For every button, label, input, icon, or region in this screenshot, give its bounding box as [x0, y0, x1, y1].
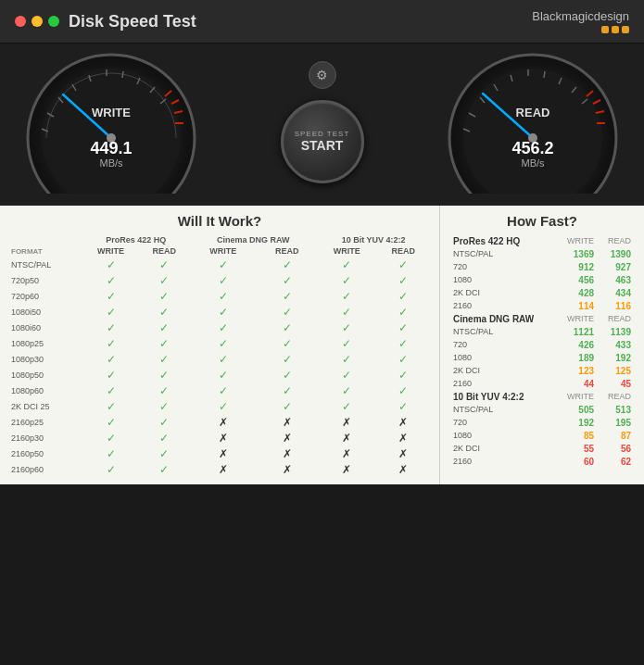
brand-dot-1 [601, 26, 609, 33]
checkmark-icon: ✓ [159, 463, 169, 476]
svg-line-13 [122, 71, 123, 78]
check-cell: ✗ [257, 461, 317, 477]
read-gauge-svg: READ 456.2 MB/s [440, 50, 625, 194]
table-row: 2160p50✓✓✗✗✗✗ [9, 445, 430, 461]
checkmark-icon: ✓ [159, 321, 169, 334]
cross-icon: ✗ [342, 447, 351, 460]
format-cell: 2160p25 [9, 414, 82, 430]
cross-icon: ✗ [398, 416, 408, 429]
cross-icon: ✗ [283, 416, 292, 429]
read-col-header: READ [598, 312, 635, 325]
table-row: 1080p25✓✓✓✓✓✓ [9, 335, 430, 351]
section-name: 10 Bit YUV 4:2:2 [449, 390, 556, 403]
check-cell: ✓ [139, 304, 189, 320]
check-cell: ✓ [257, 320, 317, 335]
maximize-button[interactable] [48, 16, 59, 27]
write-value: 456 [556, 273, 598, 286]
checkmark-icon: ✓ [398, 337, 408, 350]
will-it-work-table: ProRes 422 HQ Cinema DNG RAW 10 Bit YUV … [9, 234, 430, 477]
write-value: 505 [556, 403, 598, 416]
check-cell: ✓ [189, 367, 257, 383]
start-button[interactable]: SPEED TEST START [281, 100, 364, 183]
checkmark-icon: ✓ [159, 274, 169, 287]
svg-text:449.1: 449.1 [90, 139, 132, 157]
speed-test-label: SPEED TEST [295, 130, 350, 138]
check-cell: ✓ [257, 367, 317, 383]
check-cell: ✓ [257, 272, 317, 288]
how-fast-panel: How Fast? ProRes 422 HQWRITEREADNTSC/PAL… [440, 206, 644, 484]
table-row: 1080i50✓✓✓✓✓✓ [9, 304, 430, 320]
write-value: 1369 [556, 247, 598, 260]
yuv-write-header: WRITE [317, 245, 376, 257]
gauge-section: WRITE 449.1 MB/s ⚙ SPEED TEST START [0, 44, 644, 206]
format-cell: NTSC/PAL [9, 257, 82, 272]
write-value: 85 [556, 429, 598, 442]
check-cell: ✓ [139, 272, 189, 288]
read-value: 116 [598, 299, 635, 312]
table-row: 1080p60✓✓✓✓✓✓ [9, 383, 430, 398]
cinema-header: Cinema DNG RAW [189, 234, 317, 245]
write-col-header: WRITE [556, 234, 598, 247]
how-fast-title: How Fast? [449, 213, 635, 229]
checkmark-icon: ✓ [398, 384, 408, 397]
write-col-header: WRITE [556, 390, 598, 403]
checkmark-icon: ✓ [159, 369, 169, 382]
svg-text:456.2: 456.2 [511, 139, 553, 157]
checkmark-icon: ✓ [159, 447, 169, 460]
settings-button[interactable]: ⚙ [309, 61, 336, 89]
check-cell: ✓ [317, 320, 376, 335]
minimize-button[interactable] [32, 16, 43, 27]
data-row: 720192195 [449, 416, 635, 429]
data-row: NTSC/PAL11211139 [449, 325, 635, 338]
write-value: 123 [556, 364, 598, 377]
data-row: 720426433 [449, 338, 635, 351]
checkmark-icon: ✓ [398, 400, 408, 413]
check-cell: ✗ [189, 430, 257, 445]
checkmark-icon: ✓ [107, 416, 116, 429]
checkmark-icon: ✓ [159, 400, 169, 413]
check-cell: ✓ [189, 335, 257, 351]
check-cell: ✓ [82, 414, 139, 430]
checkmark-icon: ✓ [107, 306, 116, 319]
check-cell: ✓ [82, 430, 139, 445]
title-bar: Disk Speed Test Blackmagicdesign [0, 0, 644, 44]
format-cell: 720p50 [9, 272, 82, 288]
checkmark-icon: ✓ [107, 337, 116, 350]
check-cell: ✓ [82, 383, 139, 398]
svg-text:MB/s: MB/s [99, 157, 123, 169]
checkmark-icon: ✓ [159, 306, 169, 319]
data-row: 1080189192 [449, 351, 635, 364]
checkmark-icon: ✓ [342, 290, 351, 303]
read-value: 463 [598, 273, 635, 286]
checkmark-icon: ✓ [283, 337, 292, 350]
check-cell: ✓ [317, 383, 376, 398]
check-cell: ✓ [82, 320, 139, 335]
write-value: 114 [556, 299, 598, 312]
prores-header: ProRes 422 HQ [82, 234, 189, 245]
check-cell: ✓ [82, 351, 139, 367]
data-row: NTSC/PAL13691390 [449, 247, 635, 260]
checkmark-icon: ✓ [342, 400, 351, 413]
section-header-row: 10 Bit YUV 4:2:2WRITEREAD [449, 390, 635, 403]
check-cell: ✗ [376, 461, 430, 477]
check-cell: ✓ [317, 398, 376, 414]
svg-text:READ: READ [516, 106, 550, 119]
format-cell: 2160p30 [9, 430, 82, 445]
read-value: 87 [598, 429, 635, 442]
check-cell: ✓ [82, 445, 139, 461]
cross-icon: ✗ [342, 432, 351, 445]
close-button[interactable] [15, 16, 26, 27]
write-value: 60 [556, 455, 598, 468]
checkmark-icon: ✓ [107, 258, 116, 271]
checkmark-icon: ✓ [219, 384, 228, 397]
data-row: 21606062 [449, 455, 635, 468]
checkmark-icon: ✓ [283, 274, 292, 287]
check-cell: ✓ [189, 320, 257, 335]
checkmark-icon: ✓ [342, 321, 351, 334]
traffic-lights [15, 16, 59, 27]
table-row: 720p50✓✓✓✓✓✓ [9, 272, 430, 288]
brand-logo: Blackmagicdesign [532, 9, 629, 33]
check-cell: ✓ [139, 383, 189, 398]
check-cell: ✓ [376, 367, 430, 383]
data-row: 2K DCI5556 [449, 442, 635, 455]
